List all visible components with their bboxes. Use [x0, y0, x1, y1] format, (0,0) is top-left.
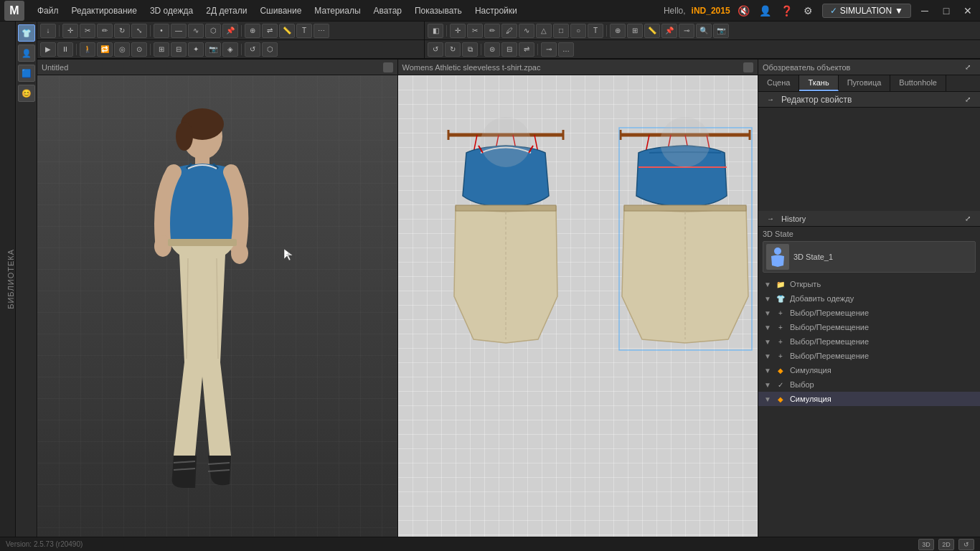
tool-scale[interactable]: ⤡ — [131, 24, 147, 38]
menu-edit[interactable]: Редактирование — [66, 4, 143, 18]
viewport-2d-ctrl1[interactable] — [743, 62, 753, 72]
tool-measure[interactable]: 📏 — [279, 24, 295, 38]
history-item[interactable]: ▼ + Выбор/Перемещение — [758, 306, 980, 320]
tool2d-move[interactable]: ✛ — [450, 24, 466, 38]
tool-curve[interactable]: ∿ — [188, 24, 204, 38]
tool-rotate[interactable]: ↻ — [114, 24, 130, 38]
tool-edit[interactable]: ✏ — [97, 24, 113, 38]
tool-view2[interactable]: ⊙ — [131, 42, 147, 57]
tool2d-pen[interactable]: 🖊 — [501, 24, 517, 38]
sound-icon[interactable]: 🔇 — [736, 3, 752, 19]
menu-file[interactable]: Файл — [32, 4, 65, 18]
tool-mirror[interactable]: ⇌ — [262, 24, 278, 38]
face-icon[interactable]: 😊 — [18, 85, 35, 102]
tool2d-cut[interactable]: ✂ — [467, 24, 483, 38]
viewport-2d[interactable]: Womens Athletic sleeveless t-shirt.zpac — [398, 60, 758, 537]
tool-text[interactable]: T — [296, 24, 312, 38]
menu-sewing[interactable]: Сшивание — [254, 4, 307, 18]
tab-buttonhole[interactable]: Buttonhole — [890, 75, 946, 91]
tool2d-shape[interactable]: △ — [536, 24, 552, 38]
tool2d-dist[interactable]: ⊟ — [501, 42, 517, 57]
tool2d-zoom[interactable]: 🔍 — [696, 24, 712, 38]
tool-pause[interactable]: ⏸ — [57, 42, 73, 57]
history-expand-icon[interactable]: ⤢ — [960, 211, 976, 227]
history-item[interactable]: ▼ 👕 Добавить одежду — [758, 291, 980, 306]
status-3d-btn[interactable]: 3D — [918, 539, 934, 550]
tool-light[interactable]: ✦ — [188, 42, 204, 57]
panel-expand-icon[interactable]: ⤢ — [960, 60, 976, 75]
tool-polygon[interactable]: ⬡ — [205, 24, 221, 38]
history-item[interactable]: ▼ + Выбор/Перемещение — [758, 320, 980, 334]
tool2d-grid[interactable]: ⊞ — [627, 24, 643, 38]
tool-extra[interactable]: ⋯ — [314, 24, 329, 38]
history-item[interactable]: ▼ + Выбор/Перемещение — [758, 349, 980, 363]
figure-icon[interactable]: 👤 — [18, 44, 35, 62]
tool-reset[interactable]: ↺ — [245, 42, 260, 57]
menu-show[interactable]: Показывать — [409, 4, 468, 18]
tool-arrow-down[interactable]: ↓ — [40, 24, 56, 38]
prop-arrow-icon[interactable]: → — [763, 92, 778, 108]
tool2d-camera[interactable]: 📷 — [713, 24, 729, 38]
settings-icon[interactable]: ⚙ — [801, 3, 816, 19]
tool2d-copy[interactable]: ⧉ — [462, 42, 478, 57]
tool2d-edit[interactable]: ✏ — [484, 24, 500, 38]
tool-view1[interactable]: ◎ — [114, 42, 130, 57]
tool-walk[interactable]: 🚶 — [80, 42, 95, 57]
status-refresh-icon[interactable]: ↺ — [958, 539, 974, 550]
menu-materials[interactable]: Материалы — [308, 4, 366, 18]
tool2d-curve[interactable]: ∿ — [519, 24, 534, 38]
tool-cut[interactable]: ✂ — [80, 24, 95, 38]
tool2d-circle[interactable]: ○ — [570, 24, 586, 38]
tool2d-flip[interactable]: ⇌ — [519, 42, 534, 57]
tab-button[interactable]: Пуговица — [839, 75, 891, 91]
tool-camera[interactable]: 📷 — [205, 42, 221, 57]
window-minimize[interactable]: ─ — [917, 3, 933, 19]
viewport-3d-ctrl1[interactable] — [383, 62, 393, 72]
tool2d-undo[interactable]: ↺ — [428, 42, 443, 57]
tool-move[interactable]: ✛ — [62, 24, 78, 38]
garment-icon[interactable]: 👕 — [18, 24, 35, 42]
state-item[interactable]: 3D State_1 — [763, 241, 976, 273]
tool-grid[interactable]: ⊟ — [171, 42, 187, 57]
history-item-active[interactable]: ▼ ◆ Симуляция — [758, 392, 980, 406]
viewport-3d-scene[interactable] — [37, 75, 397, 537]
menu-3d-clothes[interactable]: 3D одежда — [144, 4, 199, 18]
menu-avatar[interactable]: Аватар — [368, 4, 407, 18]
window-maximize[interactable]: □ — [938, 3, 954, 19]
tool2d-pin[interactable]: 📌 — [661, 24, 677, 38]
material-icon[interactable]: 🟦 — [18, 65, 35, 82]
tab-scene[interactable]: Сцена — [758, 75, 799, 91]
tool-arrange[interactable]: ⊞ — [154, 42, 169, 57]
tool-run[interactable]: 🔁 — [97, 42, 113, 57]
tool-pin[interactable]: 📌 — [222, 24, 238, 38]
history-arrow-icon[interactable]: → — [763, 211, 778, 227]
status-2d-btn[interactable]: 2D — [938, 539, 954, 550]
tool2d-snap[interactable]: ⊕ — [610, 24, 626, 38]
tool2d-stitch[interactable]: ⊸ — [679, 24, 694, 38]
tab-fabric[interactable]: Ткань — [799, 75, 838, 91]
history-item[interactable]: ▼ 📁 Открыть — [758, 277, 980, 291]
tool-point[interactable]: • — [154, 24, 169, 38]
simulation-button[interactable]: ✓ SIMULATION ▼ — [822, 4, 911, 18]
tool2d-redo[interactable]: ↻ — [445, 42, 461, 57]
tool-snap[interactable]: ⊕ — [245, 24, 260, 38]
history-item[interactable]: ▼ ◆ Симуляция — [758, 363, 980, 377]
tool2d-rect[interactable]: □ — [553, 24, 569, 38]
tool2d-text[interactable]: T — [588, 24, 603, 38]
tool-wireframe[interactable]: ⬡ — [262, 42, 278, 57]
tool2d-align[interactable]: ⊜ — [484, 42, 500, 57]
tool2d-grain[interactable]: ⊸ — [541, 42, 557, 57]
history-item[interactable]: ▼ + Выбор/Перемещение — [758, 334, 980, 349]
help-icon[interactable]: ❓ — [779, 3, 795, 19]
tool2d-seam[interactable]: … — [558, 42, 574, 57]
history-item[interactable]: ▼ ✓ Выбор — [758, 377, 980, 392]
avatar-icon[interactable]: 👤 — [758, 3, 773, 19]
window-close[interactable]: ✕ — [960, 3, 976, 19]
tool2d-select[interactable]: ◧ — [428, 24, 443, 38]
prop-expand-icon[interactable]: ⤢ — [960, 92, 976, 108]
menu-2d-details[interactable]: 2Д детали — [200, 4, 253, 18]
tool2d-measure[interactable]: 📏 — [644, 24, 660, 38]
tool-play[interactable]: ▶ — [40, 42, 56, 57]
viewport-3d[interactable]: Untitled — [37, 60, 398, 537]
menu-settings[interactable]: Настройки — [469, 4, 523, 18]
